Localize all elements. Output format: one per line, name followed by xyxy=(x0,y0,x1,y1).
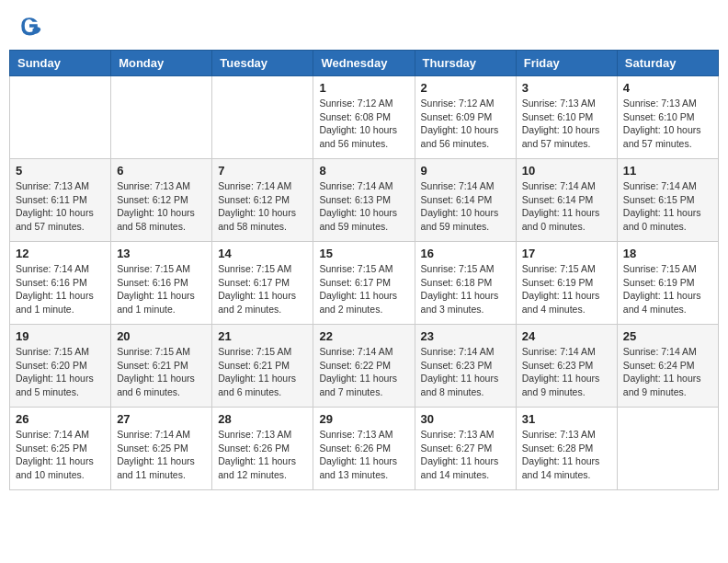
day-number: 27 xyxy=(117,412,206,426)
day-number: 18 xyxy=(623,247,712,260)
day-number: 22 xyxy=(319,329,408,343)
page-header xyxy=(9,9,719,42)
calendar-cell: 26Sunrise: 7:14 AMSunset: 6:25 PMDayligh… xyxy=(10,408,111,490)
calendar-cell: 21Sunrise: 7:15 AMSunset: 6:21 PMDayligh… xyxy=(212,325,313,408)
day-number: 17 xyxy=(522,247,611,260)
day-number: 20 xyxy=(117,329,206,343)
day-info: Sunrise: 7:15 AMSunset: 6:17 PMDaylight:… xyxy=(218,262,307,316)
day-number: 16 xyxy=(421,247,510,260)
calendar-cell: 3Sunrise: 7:13 AMSunset: 6:10 PMDaylight… xyxy=(516,76,617,159)
calendar-cell: 30Sunrise: 7:13 AMSunset: 6:27 PMDayligh… xyxy=(415,408,516,490)
week-row-3: 12Sunrise: 7:14 AMSunset: 6:16 PMDayligh… xyxy=(10,242,719,325)
day-info: Sunrise: 7:14 AMSunset: 6:23 PMDaylight:… xyxy=(421,345,510,399)
calendar-cell: 18Sunrise: 7:15 AMSunset: 6:19 PMDayligh… xyxy=(617,242,718,325)
calendar-cell: 1Sunrise: 7:12 AMSunset: 6:08 PMDaylight… xyxy=(313,76,415,159)
day-number: 6 xyxy=(117,164,206,178)
calendar-cell: 8Sunrise: 7:14 AMSunset: 6:13 PMDaylight… xyxy=(313,159,415,242)
calendar-cell: 27Sunrise: 7:14 AMSunset: 6:25 PMDayligh… xyxy=(111,408,212,490)
day-info: Sunrise: 7:15 AMSunset: 6:21 PMDaylight:… xyxy=(117,345,206,399)
day-info: Sunrise: 7:14 AMSunset: 6:25 PMDaylight:… xyxy=(117,428,206,482)
weekday-header-thursday: Thursday xyxy=(415,51,516,76)
calendar-cell: 24Sunrise: 7:14 AMSunset: 6:23 PMDayligh… xyxy=(516,325,617,408)
day-info: Sunrise: 7:13 AMSunset: 6:26 PMDaylight:… xyxy=(218,428,307,482)
calendar-cell: 5Sunrise: 7:13 AMSunset: 6:11 PMDaylight… xyxy=(10,159,111,242)
weekday-header-sunday: Sunday xyxy=(10,51,111,76)
day-info: Sunrise: 7:14 AMSunset: 6:12 PMDaylight:… xyxy=(218,179,307,234)
week-row-1: 1Sunrise: 7:12 AMSunset: 6:08 PMDaylight… xyxy=(10,76,719,159)
day-info: Sunrise: 7:14 AMSunset: 6:24 PMDaylight:… xyxy=(623,345,712,399)
day-info: Sunrise: 7:14 AMSunset: 6:14 PMDaylight:… xyxy=(522,179,611,234)
calendar-cell: 23Sunrise: 7:14 AMSunset: 6:23 PMDayligh… xyxy=(415,325,516,408)
calendar-cell xyxy=(212,76,313,159)
day-info: Sunrise: 7:14 AMSunset: 6:15 PMDaylight:… xyxy=(623,179,712,234)
day-info: Sunrise: 7:15 AMSunset: 6:19 PMDaylight:… xyxy=(623,262,712,316)
calendar-cell: 9Sunrise: 7:14 AMSunset: 6:14 PMDaylight… xyxy=(415,159,516,242)
day-number: 29 xyxy=(319,412,408,426)
day-number: 23 xyxy=(421,329,510,343)
day-number: 11 xyxy=(623,164,712,178)
calendar-table: SundayMondayTuesdayWednesdayThursdayFrid… xyxy=(9,50,719,490)
day-info: Sunrise: 7:15 AMSunset: 6:21 PMDaylight:… xyxy=(218,345,307,399)
calendar-cell: 10Sunrise: 7:14 AMSunset: 6:14 PMDayligh… xyxy=(516,159,617,242)
calendar-cell: 12Sunrise: 7:14 AMSunset: 6:16 PMDayligh… xyxy=(10,242,111,325)
weekday-header-monday: Monday xyxy=(111,51,212,76)
day-number: 10 xyxy=(522,164,611,178)
weekday-header-tuesday: Tuesday xyxy=(212,51,313,76)
day-info: Sunrise: 7:15 AMSunset: 6:20 PMDaylight:… xyxy=(16,345,105,399)
day-info: Sunrise: 7:14 AMSunset: 6:16 PMDaylight:… xyxy=(16,262,105,316)
calendar-cell: 7Sunrise: 7:14 AMSunset: 6:12 PMDaylight… xyxy=(212,159,313,242)
weekday-header-saturday: Saturday xyxy=(617,51,718,76)
day-info: Sunrise: 7:12 AMSunset: 6:09 PMDaylight:… xyxy=(421,97,510,151)
day-number: 5 xyxy=(16,164,105,178)
day-info: Sunrise: 7:14 AMSunset: 6:22 PMDaylight:… xyxy=(319,345,408,399)
day-info: Sunrise: 7:14 AMSunset: 6:23 PMDaylight:… xyxy=(522,345,611,399)
day-number: 7 xyxy=(218,164,307,178)
calendar-cell xyxy=(10,76,111,159)
day-number: 31 xyxy=(522,412,611,426)
calendar-cell: 15Sunrise: 7:15 AMSunset: 6:17 PMDayligh… xyxy=(313,242,415,325)
day-info: Sunrise: 7:13 AMSunset: 6:11 PMDaylight:… xyxy=(16,179,105,234)
calendar-cell: 20Sunrise: 7:15 AMSunset: 6:21 PMDayligh… xyxy=(111,325,212,408)
day-number: 26 xyxy=(16,412,105,426)
day-number: 2 xyxy=(421,81,510,95)
day-info: Sunrise: 7:14 AMSunset: 6:13 PMDaylight:… xyxy=(319,179,408,234)
day-info: Sunrise: 7:13 AMSunset: 6:10 PMDaylight:… xyxy=(623,97,712,151)
day-info: Sunrise: 7:15 AMSunset: 6:18 PMDaylight:… xyxy=(421,262,510,316)
day-info: Sunrise: 7:15 AMSunset: 6:19 PMDaylight:… xyxy=(522,262,611,316)
day-info: Sunrise: 7:14 AMSunset: 6:25 PMDaylight:… xyxy=(16,428,105,482)
calendar-cell: 31Sunrise: 7:13 AMSunset: 6:28 PMDayligh… xyxy=(516,408,617,490)
day-number: 3 xyxy=(522,81,611,95)
day-number: 24 xyxy=(522,329,611,343)
day-info: Sunrise: 7:12 AMSunset: 6:08 PMDaylight:… xyxy=(319,97,408,151)
day-info: Sunrise: 7:15 AMSunset: 6:17 PMDaylight:… xyxy=(319,262,408,316)
calendar-cell: 25Sunrise: 7:14 AMSunset: 6:24 PMDayligh… xyxy=(617,325,718,408)
day-number: 28 xyxy=(218,412,307,426)
day-info: Sunrise: 7:13 AMSunset: 6:12 PMDaylight:… xyxy=(117,179,206,234)
weekday-header-friday: Friday xyxy=(516,51,617,76)
day-number: 8 xyxy=(319,164,408,178)
day-number: 25 xyxy=(623,329,712,343)
day-number: 13 xyxy=(117,247,206,260)
weekday-header-row: SundayMondayTuesdayWednesdayThursdayFrid… xyxy=(10,51,719,76)
day-number: 4 xyxy=(623,81,712,95)
calendar-cell: 14Sunrise: 7:15 AMSunset: 6:17 PMDayligh… xyxy=(212,242,313,325)
calendar-cell: 11Sunrise: 7:14 AMSunset: 6:15 PMDayligh… xyxy=(617,159,718,242)
calendar-cell xyxy=(111,76,212,159)
calendar-cell: 28Sunrise: 7:13 AMSunset: 6:26 PMDayligh… xyxy=(212,408,313,490)
day-number: 21 xyxy=(218,329,307,343)
day-info: Sunrise: 7:13 AMSunset: 6:10 PMDaylight:… xyxy=(522,97,611,151)
calendar-cell: 4Sunrise: 7:13 AMSunset: 6:10 PMDaylight… xyxy=(617,76,718,159)
week-row-4: 19Sunrise: 7:15 AMSunset: 6:20 PMDayligh… xyxy=(10,325,719,408)
day-number: 30 xyxy=(421,412,510,426)
day-number: 1 xyxy=(319,81,408,95)
calendar-cell: 29Sunrise: 7:13 AMSunset: 6:26 PMDayligh… xyxy=(313,408,415,490)
calendar-cell xyxy=(617,408,718,490)
week-row-5: 26Sunrise: 7:14 AMSunset: 6:25 PMDayligh… xyxy=(10,408,719,490)
day-info: Sunrise: 7:14 AMSunset: 6:14 PMDaylight:… xyxy=(421,179,510,234)
day-number: 15 xyxy=(319,247,408,260)
day-info: Sunrise: 7:13 AMSunset: 6:27 PMDaylight:… xyxy=(421,428,510,482)
weekday-header-wednesday: Wednesday xyxy=(313,51,415,76)
calendar-cell: 22Sunrise: 7:14 AMSunset: 6:22 PMDayligh… xyxy=(313,325,415,408)
day-info: Sunrise: 7:13 AMSunset: 6:26 PMDaylight:… xyxy=(319,428,408,482)
calendar-cell: 19Sunrise: 7:15 AMSunset: 6:20 PMDayligh… xyxy=(10,325,111,408)
